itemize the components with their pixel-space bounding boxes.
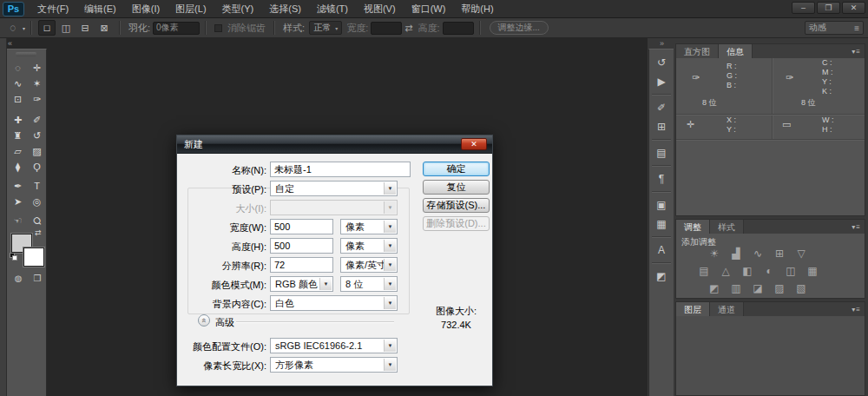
character-styles-panel-icon[interactable]: A — [652, 241, 671, 259]
color-lookup-icon[interactable]: ▦ — [806, 265, 819, 277]
swap-dimensions-icon[interactable]: ⇄ — [404, 23, 412, 34]
lasso-tool-icon[interactable]: ∿ — [9, 76, 27, 91]
posterize-icon[interactable]: ▥ — [729, 282, 743, 294]
dialog-title-bar[interactable]: 新建 — [177, 135, 492, 154]
pixel-aspect-ratio-dropdown[interactable]: 方形像素▼ — [270, 357, 398, 373]
color-profile-dropdown[interactable]: sRGB IEC61966-2.1▼ — [270, 338, 398, 353]
dialog-close-button[interactable]: ✕ — [461, 138, 487, 150]
path-selection-tool-icon[interactable]: ➤ — [9, 194, 27, 209]
tab-adjustments[interactable]: 调整 — [676, 220, 710, 234]
refine-edge-button[interactable]: 调整边缘... — [490, 21, 549, 35]
pen-tool-icon[interactable]: ✒ — [9, 178, 27, 194]
threshold-icon[interactable]: ◪ — [751, 282, 765, 294]
history-brush-tool-icon[interactable]: ↺ — [28, 128, 46, 143]
gradient-map-icon[interactable]: ▧ — [794, 282, 808, 294]
preset-dropdown[interactable]: 自定▼ — [270, 181, 398, 196]
shape-tool-icon[interactable]: ◎ — [28, 194, 46, 209]
gradient-tool-icon[interactable]: ▨ — [28, 143, 46, 159]
paragraph-styles-panel-icon[interactable]: ▦ — [652, 215, 671, 233]
brush-tool-icon[interactable]: ✐ — [28, 112, 46, 128]
ok-button[interactable]: 确定 — [423, 162, 490, 176]
screen-mode-button[interactable]: ❐ — [29, 272, 46, 285]
collapse-panels-chevron-icon[interactable]: » — [660, 39, 664, 48]
minimize-button[interactable]: – — [792, 2, 815, 14]
exposure-icon[interactable]: ⊞ — [773, 248, 786, 260]
width-input[interactable] — [270, 219, 333, 234]
photo-filter-icon[interactable]: ◐ — [762, 265, 776, 277]
height-input[interactable] — [443, 22, 474, 35]
intersect-selection-mode-icon[interactable]: ⊠ — [95, 20, 113, 36]
color-balance-icon[interactable]: △ — [719, 265, 733, 277]
antialias-checkbox[interactable] — [214, 24, 222, 32]
quick-mask-button[interactable]: ◍ — [10, 272, 27, 285]
swap-colors-icon[interactable]: ⇄ — [35, 228, 42, 237]
history-panel-icon[interactable]: ↺ — [652, 54, 671, 71]
menu-layer[interactable]: 图层(L) — [168, 0, 214, 18]
menu-edit[interactable]: 编辑(E) — [76, 0, 124, 18]
default-colors-icon[interactable] — [10, 253, 18, 261]
menu-type[interactable]: 类型(Y) — [214, 0, 262, 18]
name-input[interactable] — [270, 162, 411, 177]
magic-wand-tool-icon[interactable]: ✶ — [28, 76, 46, 91]
hue-saturation-icon[interactable]: ▤ — [697, 265, 711, 277]
panel-menu-icon[interactable]: ▾≡ — [852, 306, 861, 314]
menu-select[interactable]: 选择(S) — [261, 0, 309, 18]
menu-help[interactable]: 帮助(H) — [453, 0, 501, 18]
crop-tool-icon[interactable]: ⊡ — [9, 91, 27, 107]
panel-menu-icon[interactable]: ▾≡ — [852, 48, 861, 56]
dodge-tool-icon[interactable]: Ϙ — [28, 159, 46, 175]
color-themes-panel-icon[interactable]: ◩ — [652, 267, 671, 285]
brightness-contrast-icon[interactable]: ☀ — [707, 248, 721, 260]
healing-brush-tool-icon[interactable]: ✚ — [9, 112, 27, 128]
background-contents-dropdown[interactable]: 白色▼ — [270, 295, 398, 311]
curves-icon[interactable]: ∿ — [751, 248, 765, 260]
actions-panel-icon[interactable]: ▶ — [652, 73, 671, 90]
channel-mixer-icon[interactable]: ◫ — [784, 265, 798, 277]
menu-file[interactable]: 文件(F) — [30, 0, 76, 18]
restore-button[interactable]: ❐ — [817, 2, 840, 14]
bit-depth-dropdown[interactable]: 8 位▼ — [340, 276, 398, 292]
notes-panel-icon[interactable]: ¶ — [652, 170, 671, 188]
background-color-swatch[interactable] — [23, 248, 44, 267]
tab-histogram[interactable]: 直方图 — [676, 44, 719, 58]
menu-image[interactable]: 图像(I) — [124, 0, 168, 18]
clone-stamp-tool-icon[interactable]: ♜ — [9, 128, 27, 143]
clone-source-panel-icon[interactable]: ⊞ — [652, 118, 671, 135]
type-tool-icon[interactable]: T — [28, 178, 46, 194]
tools-panel-gripper[interactable] — [16, 52, 36, 56]
menu-filter[interactable]: 滤镜(T) — [309, 0, 356, 18]
height-input[interactable] — [270, 238, 333, 254]
collapse-tools-chevron-icon[interactable]: « — [8, 39, 12, 48]
color-mode-dropdown[interactable]: RGB 颜色▼ — [270, 276, 333, 292]
resolution-input[interactable] — [270, 257, 333, 273]
tab-channels[interactable]: 通道 — [710, 302, 744, 316]
tab-info[interactable]: 信息 — [719, 44, 753, 58]
invert-icon[interactable]: ◩ — [707, 282, 721, 294]
vibrance-icon[interactable]: ▽ — [794, 248, 808, 260]
new-selection-mode-icon[interactable]: □ — [38, 20, 56, 36]
properties-panel-icon[interactable]: ▣ — [652, 196, 671, 214]
levels-icon[interactable]: ▟ — [729, 248, 743, 260]
resolution-unit-dropdown[interactable]: 像素/英寸▼ — [340, 257, 398, 273]
tab-layers[interactable]: 图层 — [676, 302, 710, 316]
panel-menu-icon[interactable]: ▾≡ — [852, 223, 861, 231]
eyedropper-tool-icon[interactable]: ✑ — [28, 91, 46, 107]
advanced-collapse-button[interactable]: « — [198, 314, 210, 327]
black-white-icon[interactable]: ◧ — [740, 265, 754, 277]
tool-preset-caret-icon[interactable]: ▾ — [23, 25, 25, 31]
selective-color-icon[interactable]: ▨ — [773, 282, 786, 294]
elliptical-marquee-tool-icon[interactable]: ◌ — [9, 60, 27, 76]
width-input[interactable] — [371, 22, 402, 35]
width-unit-dropdown[interactable]: 像素▼ — [340, 219, 398, 234]
marquee-tool-icon[interactable]: ◌ — [4, 20, 22, 36]
layer-comps-panel-icon[interactable]: ▤ — [652, 144, 671, 162]
menu-view[interactable]: 视图(V) — [356, 0, 404, 18]
height-unit-dropdown[interactable]: 像素▼ — [340, 238, 398, 254]
eraser-tool-icon[interactable]: ▱ — [9, 143, 27, 159]
style-dropdown[interactable]: 正常 ▾ — [309, 21, 342, 35]
blur-tool-icon[interactable]: ⧫ — [9, 159, 27, 175]
feather-input[interactable] — [153, 22, 200, 35]
tab-styles[interactable]: 样式 — [710, 220, 744, 234]
save-preset-button[interactable]: 存储预设(S)... — [423, 198, 490, 213]
move-tool-icon[interactable]: ✛ — [28, 60, 46, 76]
